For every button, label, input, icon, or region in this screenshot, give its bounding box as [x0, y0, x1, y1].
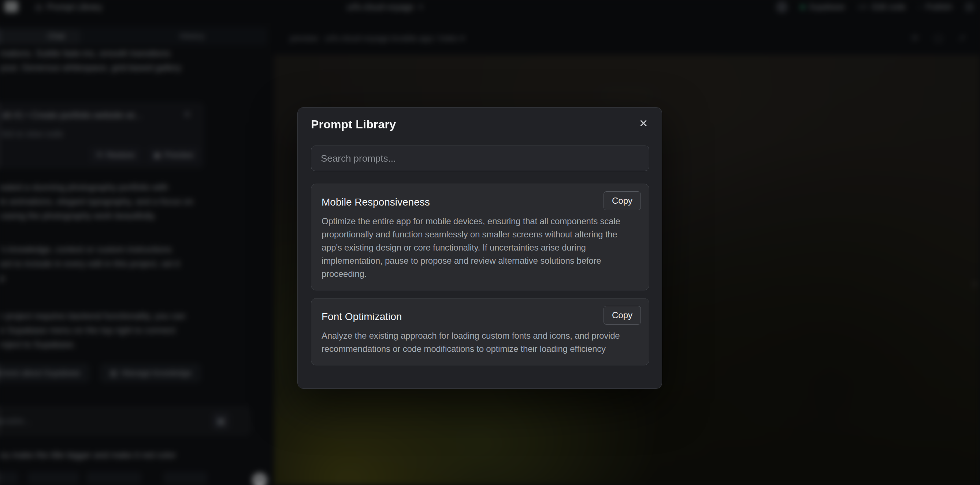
prompt-description: Optimize the entire app for mobile devic… — [321, 215, 639, 281]
search-prompts-input[interactable] — [311, 146, 649, 171]
prompt-library-modal: Prompt Library ✕ Mobile Responsiveness C… — [298, 107, 662, 389]
prompt-card: Mobile Responsiveness Copy Optimize the … — [311, 184, 649, 290]
prompt-card: Font Optimization Copy Analyze the exist… — [311, 298, 649, 365]
prompt-title: Font Optimization — [321, 308, 639, 323]
copy-button[interactable]: Copy — [603, 191, 641, 210]
prompt-title: Mobile Responsiveness — [321, 193, 639, 208]
copy-button[interactable]: Copy — [603, 306, 641, 325]
modal-title: Prompt Library — [311, 118, 396, 131]
app-window: ▤ Prompt Library urfx-cloud-voyage ▾ Sup… — [0, 0, 980, 485]
prompt-description: Analyze the existing approach for loadin… — [321, 329, 639, 355]
modal-close-icon[interactable]: ✕ — [635, 116, 652, 132]
prompt-list[interactable]: Mobile Responsiveness Copy Optimize the … — [311, 184, 649, 371]
